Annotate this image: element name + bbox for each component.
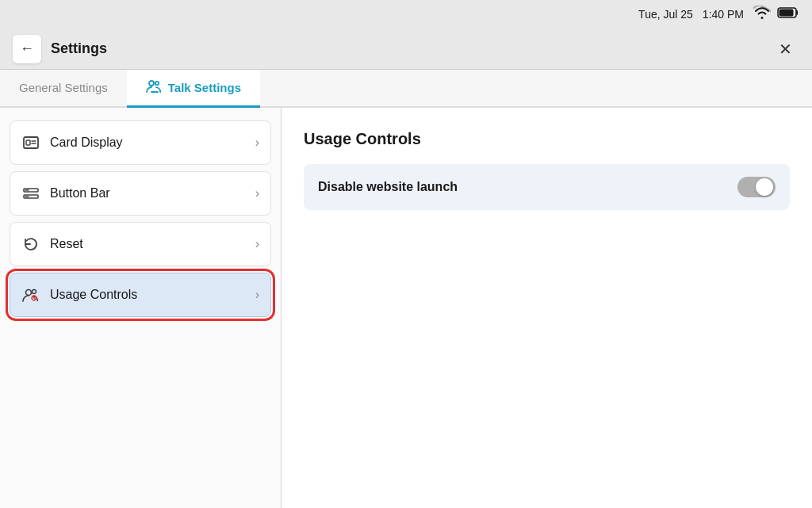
battery-icon xyxy=(777,6,799,23)
tab-talk-label: Talk Settings xyxy=(168,81,241,94)
sidebar: Card Display › Button Bar › xyxy=(0,108,282,508)
button-bar-label: Button Bar xyxy=(50,186,246,201)
disable-website-launch-label: Disable website launch xyxy=(318,180,737,194)
sidebar-item-button-bar[interactable]: Button Bar › xyxy=(10,171,271,216)
back-icon: ← xyxy=(20,40,34,57)
button-bar-icon xyxy=(21,185,40,202)
back-button[interactable]: ← xyxy=(13,35,41,63)
wifi-icon xyxy=(753,6,771,24)
sidebar-item-card-display[interactable]: Card Display › xyxy=(10,120,271,165)
svg-rect-5 xyxy=(26,140,30,145)
card-display-chevron: › xyxy=(255,136,259,150)
header-bar: ← Settings ✕ xyxy=(0,29,812,70)
tab-general-label: General Settings xyxy=(19,81,108,94)
close-icon: ✕ xyxy=(779,40,792,59)
close-button[interactable]: ✕ xyxy=(771,35,799,63)
header-title: Settings xyxy=(51,40,107,57)
usage-controls-chevron: › xyxy=(255,288,259,302)
reset-icon xyxy=(21,235,40,253)
sidebar-item-usage-controls[interactable]: Usage Controls › xyxy=(10,273,271,317)
status-bar: Tue, Jul 25 1:40 PM xyxy=(0,0,812,29)
svg-rect-1 xyxy=(779,9,794,16)
section-title: Usage Controls xyxy=(304,130,790,148)
reset-label: Reset xyxy=(50,237,246,251)
reset-chevron: › xyxy=(255,237,259,251)
button-bar-chevron: › xyxy=(255,186,259,201)
talk-settings-icon xyxy=(146,79,162,97)
svg-point-2 xyxy=(149,81,154,86)
status-time: 1:40 PM xyxy=(703,8,744,21)
svg-point-3 xyxy=(155,81,159,84)
svg-line-15 xyxy=(33,297,35,299)
usage-controls-icon xyxy=(21,286,40,304)
disable-website-launch-row: Disable website launch xyxy=(304,164,790,210)
usage-controls-label: Usage Controls xyxy=(50,288,246,302)
disable-website-launch-toggle[interactable] xyxy=(737,177,776,197)
tab-general-settings[interactable]: General Settings xyxy=(0,70,127,108)
main-content: Card Display › Button Bar › xyxy=(0,108,812,508)
tab-talk-settings[interactable]: Talk Settings xyxy=(127,70,260,108)
right-panel: Usage Controls Disable website launch xyxy=(282,108,812,508)
card-display-icon xyxy=(21,134,40,151)
tab-bar: General Settings Talk Settings xyxy=(0,70,812,108)
card-display-label: Card Display xyxy=(50,136,246,150)
status-icons xyxy=(753,6,799,24)
svg-point-13 xyxy=(33,290,36,294)
status-date: Tue, Jul 25 xyxy=(638,8,693,21)
svg-point-12 xyxy=(26,290,32,296)
sidebar-item-reset[interactable]: Reset › xyxy=(10,222,271,266)
